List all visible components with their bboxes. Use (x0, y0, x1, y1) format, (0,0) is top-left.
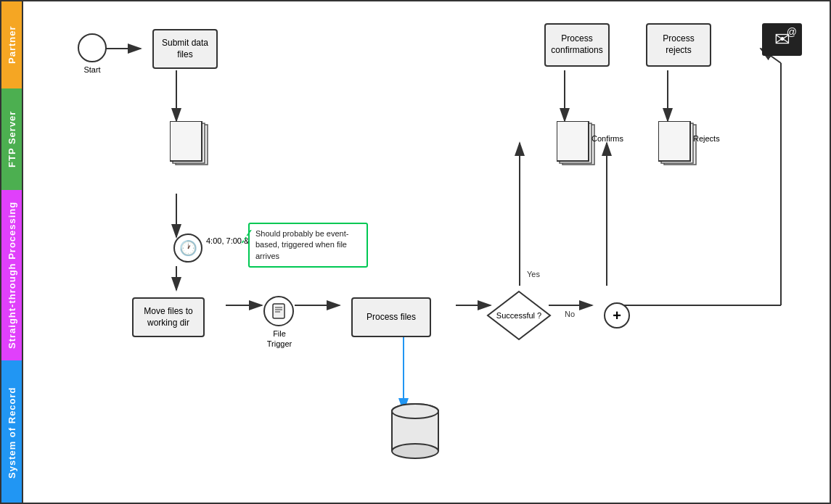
svg-line-29 (241, 230, 251, 244)
lane-sor-label: System of Record (1, 360, 22, 504)
process-files-label: Process files (367, 312, 416, 323)
svg-point-41 (392, 404, 438, 418)
svg-point-40 (392, 444, 438, 458)
submit-data-files-box: Submit data files (152, 29, 218, 69)
svg-rect-22 (170, 121, 202, 161)
svg-rect-31 (273, 304, 284, 318)
successful-label: Successful ? (496, 310, 541, 321)
annotation-line (241, 230, 252, 248)
swim-lanes-wrapper: Yes No Partner Start Submit data files (1, 1, 831, 504)
file-trigger-event: File Trigger (263, 295, 295, 327)
lane-ftp: FTP Server (1, 88, 831, 190)
rejects-label: Rejects (693, 134, 720, 143)
database-cylinder (388, 400, 443, 464)
start-label: Start (77, 65, 107, 74)
confirms-stacked-docs: Confirms (557, 121, 599, 173)
timer-event: 🕐 (173, 234, 202, 263)
lane-stp-content: 🕐 4:00, 7:00 & 13:00 Should probably be … (22, 190, 831, 360)
lane-ftp-content: Confirms Rejects (22, 88, 831, 190)
svg-rect-25 (557, 121, 589, 161)
lane-partner-content: Start Submit data files Process confirma… (22, 1, 831, 88)
start-event (78, 33, 107, 62)
parallel-gateway: + (604, 302, 630, 329)
submit-data-files-label: Submit data files (160, 38, 210, 60)
lane-stp: Straight-through Processing 🕐 4:00, 7:00… (1, 190, 831, 360)
file-trigger-label: File Trigger (261, 329, 298, 350)
email-envelope-box: ✉ @ (762, 23, 802, 56)
move-files-label: Move files to working dir (139, 306, 197, 329)
diagram-container: Yes No Partner Start Submit data files (0, 0, 831, 504)
lane-stp-label: Straight-through Processing (1, 190, 22, 360)
envelope-icon: ✉ @ (762, 23, 802, 56)
ftp-stacked-docs (170, 121, 212, 173)
process-confirmations-label: Process confirmations (551, 33, 602, 56)
lane-partner: Partner Start Submit data files Process … (1, 1, 831, 88)
svg-rect-28 (658, 121, 690, 161)
rejects-stacked-docs: Rejects (658, 121, 700, 173)
successful-diamond: Successful ? (486, 290, 552, 341)
lane-partner-label: Partner (1, 1, 22, 88)
annotation-text: Should probably be event-based, triggere… (255, 229, 348, 260)
annotation-box: Should probably be event-based, triggere… (248, 223, 368, 268)
confirms-label: Confirms (591, 134, 623, 143)
lane-sor: System of Record (1, 360, 831, 504)
process-rejects-box: Process rejects (646, 23, 711, 67)
move-files-box: Move files to working dir (132, 297, 205, 337)
process-rejects-label: Process rejects (653, 33, 704, 56)
lane-sor-content (22, 360, 831, 504)
process-confirmations-box: Process confirmations (544, 23, 610, 67)
process-files-box: Process files (351, 297, 431, 337)
lane-ftp-label: FTP Server (1, 88, 22, 190)
